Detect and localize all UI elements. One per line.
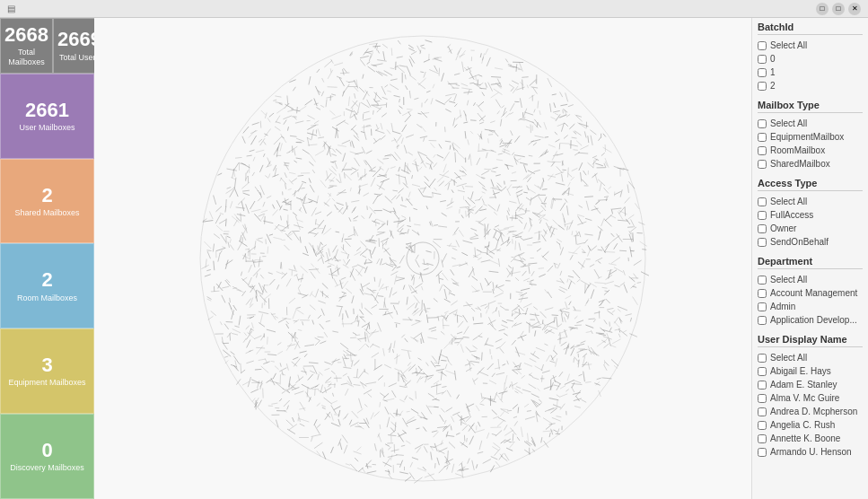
filter-item-department-accountmgmt[interactable]: Account Management [758, 286, 863, 300]
filter-item-department-appdevelop[interactable]: Application Develop... [758, 313, 863, 327]
svg-line-31 [478, 144, 479, 151]
filter-item-batchid-1[interactable]: 1 [758, 66, 863, 79]
svg-line-2181 [338, 267, 338, 275]
svg-line-1104 [440, 285, 443, 292]
filter-item-accesstype-selectall[interactable]: Select All [758, 195, 863, 208]
svg-line-1148 [471, 191, 474, 199]
close-button[interactable]: ✕ [848, 3, 861, 15]
svg-line-1864 [314, 419, 317, 425]
svg-line-725 [434, 59, 443, 62]
svg-line-2058 [414, 98, 418, 100]
svg-line-1872 [426, 251, 432, 253]
svg-line-897 [529, 155, 533, 156]
filter-item-batchid-0[interactable]: 0 [758, 52, 863, 66]
svg-line-574 [498, 153, 503, 154]
filter-item-accesstype-sendonbehalf[interactable]: SendOnBehalf [758, 235, 863, 249]
svg-line-1092 [338, 207, 343, 212]
checkbox-department-selectall[interactable] [758, 276, 767, 285]
stat-row-top: 2668 Total Mailboxes 2669 Total Users [0, 18, 94, 74]
svg-line-1258 [582, 250, 585, 252]
checkbox-mailboxtype-shared[interactable] [758, 160, 767, 169]
svg-line-22 [417, 376, 421, 382]
svg-line-926 [339, 78, 345, 87]
svg-line-407 [277, 343, 281, 346]
filter-item-user-selectall[interactable]: Select All [758, 351, 863, 364]
checkbox-batchid-2[interactable] [758, 82, 767, 91]
checkbox-batchid-0[interactable] [758, 55, 767, 64]
svg-line-1712 [275, 366, 279, 370]
svg-line-540 [470, 120, 477, 121]
svg-line-357 [243, 127, 249, 133]
checkbox-accesstype-selectall[interactable] [758, 197, 767, 206]
svg-line-1257 [638, 222, 644, 224]
svg-line-761 [311, 434, 321, 436]
checkbox-user-andrea[interactable] [758, 407, 767, 416]
svg-line-868 [473, 317, 474, 320]
checkbox-accesstype-fullaccess[interactable] [758, 211, 767, 220]
minimize-button[interactable]: □ [816, 3, 829, 15]
svg-line-1656 [594, 283, 605, 284]
checkbox-mailboxtype-equipment[interactable] [758, 133, 767, 142]
filter-item-user-angelia[interactable]: Angelia C. Rush [758, 418, 863, 432]
svg-line-976 [519, 243, 521, 251]
filter-item-mailboxtype-selectall[interactable]: Select All [758, 117, 863, 130]
filter-item-mailboxtype-room[interactable]: RoomMailbox [758, 144, 863, 157]
svg-line-2434 [452, 189, 453, 193]
filter-item-batchid-2[interactable]: 2 [758, 79, 863, 92]
filter-item-user-adam[interactable]: Adam E. Stanley [758, 378, 863, 391]
filter-item-batchid-selectall[interactable]: Select All [758, 39, 863, 52]
svg-line-1832 [470, 361, 479, 363]
svg-line-1631 [451, 426, 452, 431]
checkbox-department-accountmgmt[interactable] [758, 289, 767, 298]
checkbox-batchid-1[interactable] [758, 68, 767, 77]
svg-line-1593 [557, 317, 558, 328]
svg-line-1423 [374, 277, 375, 282]
checkbox-user-selectall[interactable] [758, 354, 767, 363]
svg-line-1833 [308, 374, 313, 381]
filter-item-user-abigail[interactable]: Abigail E. Hays [758, 364, 863, 378]
svg-line-961 [501, 440, 506, 443]
filter-item-accesstype-owner[interactable]: Owner [758, 222, 863, 235]
svg-line-2430 [300, 351, 307, 353]
svg-line-2102 [312, 170, 315, 173]
svg-line-2321 [524, 165, 527, 173]
svg-line-1156 [476, 308, 479, 309]
filter-item-department-admin[interactable]: Admin [758, 300, 863, 313]
svg-line-1796 [478, 75, 482, 77]
checkbox-mailboxtype-selectall[interactable] [758, 119, 767, 128]
checkbox-user-adam[interactable] [758, 381, 767, 390]
svg-line-1564 [242, 225, 245, 230]
checkbox-user-armando[interactable] [758, 448, 767, 457]
checkbox-accesstype-owner[interactable] [758, 224, 767, 233]
filter-item-user-armando[interactable]: Armando U. Henson [758, 445, 863, 459]
filter-item-user-andrea[interactable]: Andrea D. Mcpherson [758, 405, 863, 418]
svg-line-58 [289, 425, 297, 430]
checkbox-user-angelia[interactable] [758, 421, 767, 430]
maximize-button[interactable]: □ [832, 3, 845, 15]
svg-line-890 [594, 269, 600, 278]
filter-item-user-alma[interactable]: Alma V. Mc Guire [758, 391, 863, 405]
checkbox-mailboxtype-room[interactable] [758, 146, 767, 155]
right-panel[interactable]: BatchId Select All 0 1 2 Mailbox Type [751, 18, 868, 499]
checkbox-user-annette[interactable] [758, 434, 767, 443]
svg-line-1646 [265, 129, 271, 137]
filter-item-user-annette[interactable]: Annette K. Boone [758, 432, 863, 445]
svg-line-491 [355, 251, 362, 255]
filter-item-accesstype-fullaccess[interactable]: FullAccess [758, 208, 863, 222]
filter-item-mailboxtype-equipment[interactable]: EquipmentMailbox [758, 130, 863, 144]
checkbox-user-abigail[interactable] [758, 367, 767, 376]
checkbox-department-appdevelop[interactable] [758, 316, 767, 325]
svg-line-2397 [495, 339, 503, 343]
svg-line-2093 [505, 375, 507, 384]
filter-item-department-selectall[interactable]: Select All [758, 273, 863, 286]
filter-item-mailboxtype-shared[interactable]: SharedMailbox [758, 157, 863, 171]
checkbox-user-alma[interactable] [758, 394, 767, 403]
svg-line-437 [322, 283, 329, 288]
checkbox-batchid-selectall[interactable] [758, 41, 767, 50]
svg-line-2087 [426, 314, 427, 322]
svg-line-1352 [563, 214, 566, 223]
svg-line-1816 [233, 305, 237, 311]
checkbox-accesstype-sendonbehalf[interactable] [758, 238, 767, 247]
svg-line-655 [548, 174, 554, 180]
checkbox-department-admin[interactable] [758, 302, 767, 311]
